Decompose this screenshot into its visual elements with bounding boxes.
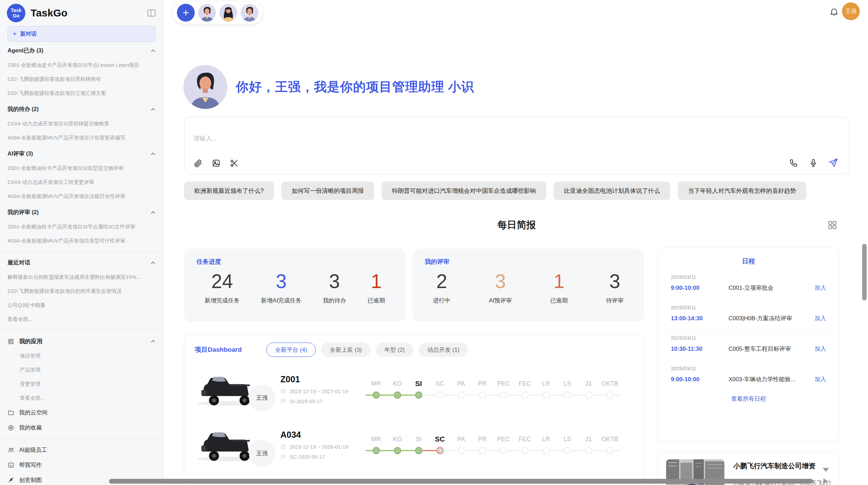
milestone-label: PA — [450, 379, 472, 388]
event-join-link[interactable]: 加入 — [815, 345, 826, 353]
suggestion-chips: 欧洲新规最近颁布了什么?如何写一份清晰的项目周报特朗普可能对进口汽车增税会对中国… — [184, 182, 849, 200]
milestone-cell: LS — [557, 379, 578, 399]
user-avatar[interactable]: 王强 — [842, 2, 860, 20]
vertical-scrollbar[interactable] — [862, 244, 867, 300]
sidebar-task-item[interactable]: A034-全新新能源MUV产品开发项目计划变更表编写 — [0, 131, 163, 145]
sidebar-section-header[interactable]: 我的待办 (2) — [0, 102, 163, 117]
sidebar-app-item[interactable]: 产品管理 — [0, 363, 163, 377]
view-all-conversations-link[interactable]: 查看全部... — [0, 312, 163, 326]
milestone-label: PR — [472, 434, 493, 444]
new-chat-button[interactable]: + 新对话 — [8, 26, 156, 42]
milestone-cell: OKTB — [599, 379, 620, 399]
chevron-up-icon[interactable] — [150, 210, 156, 215]
sidebar-recent-item[interactable]: 公司Q3轻卡销量 — [0, 298, 163, 312]
sidebar-app-item[interactable]: 变更管理 — [0, 377, 163, 391]
milestone-label: LR — [535, 434, 557, 444]
sidebar-section-title: AI评审 (3) — [8, 150, 33, 158]
stat-value: 3 — [606, 271, 624, 292]
milestone-label: LS — [557, 379, 578, 388]
scroll-down-arrow[interactable] — [823, 468, 829, 472]
sidebar-task-item[interactable]: A034-全新新能源MUV产品开发项目造型可行性评审 — [0, 234, 163, 248]
event-join-link[interactable]: 加入 — [815, 314, 826, 322]
chevron-up-icon[interactable] — [150, 48, 156, 53]
notifications-bell-icon[interactable] — [829, 7, 839, 16]
milestone-dot — [436, 447, 444, 454]
milestone-dot-row — [408, 390, 429, 399]
chat-input[interactable] — [193, 135, 673, 142]
horizontal-scrollbar[interactable] — [109, 479, 813, 484]
sidebar-task-item[interactable]: A034-全新新能源MUV产品开发项目法规符合性评审 — [0, 189, 163, 203]
sidebar-item-star[interactable]: 我的收藏 — [0, 420, 163, 435]
milestone-label: OKTB — [599, 379, 620, 388]
sidebar-section-title: 我的评审 (2) — [8, 209, 39, 216]
layout-grid-icon[interactable] — [827, 220, 837, 230]
phone-icon[interactable] — [789, 158, 798, 167]
paperclip-icon[interactable] — [193, 159, 203, 168]
milestone-connector — [599, 450, 606, 451]
milestone-connector — [387, 450, 394, 451]
chevron-up-icon[interactable] — [150, 107, 156, 112]
chevron-up-icon[interactable] — [150, 339, 156, 344]
sidebar-task-item[interactable]: Z001-全新燃油轻卡产品开发项目SI造型提交物评审 — [0, 161, 163, 175]
new-chat-label: 新对话 — [20, 30, 37, 38]
suggestion-chip[interactable]: 比亚迪全固态电池计划具体说了什么 — [554, 182, 670, 200]
view-all-apps-link[interactable]: 查看全部... — [0, 391, 163, 405]
sidebar-section-header[interactable]: 我的评审 (2) — [0, 205, 163, 220]
milestone-dot-row — [387, 446, 408, 455]
event-join-link[interactable]: 加入 — [815, 284, 826, 292]
app-logo-line2: Go — [13, 13, 19, 18]
sidebar-item-folder[interactable]: 我的云空间 — [0, 405, 163, 420]
image-icon[interactable] — [212, 159, 221, 168]
scissors-icon[interactable] — [230, 159, 239, 168]
send-icon[interactable] — [828, 158, 839, 168]
sidebar-task-item[interactable]: C0X4-动力总成开发项目SI里程碑提交物检查 — [0, 117, 163, 131]
stat-value: 1 — [367, 271, 385, 292]
scroll-right-arrow[interactable] — [823, 478, 828, 484]
sidebar-item-people[interactable]: AI超级员工 — [0, 443, 163, 458]
sidebar-link-label: 创意制图 — [19, 476, 42, 484]
sidebar-collapse-icon[interactable] — [147, 8, 156, 18]
assistant-avatar-1[interactable] — [198, 4, 216, 22]
sidebar-section-header[interactable]: 最近对话 — [0, 255, 163, 270]
dashboard-tab[interactable]: 全新上装 (3) — [321, 343, 371, 357]
sidebar-item-write[interactable]: 帮我写作 — [0, 458, 163, 473]
sidebar-task-item[interactable]: C02-飞腾新能源轻客改款项目立项汇报方案 — [0, 86, 163, 100]
milestone-connector — [614, 395, 621, 396]
milestone-cell: LR — [535, 434, 557, 455]
dashboard-tab[interactable]: 动总开发 (1) — [419, 343, 468, 357]
milestone-dot-row — [578, 390, 599, 399]
assistant-avatar-3[interactable] — [241, 4, 258, 22]
assistant-avatar-2[interactable] — [219, 4, 237, 22]
milestone-connector — [444, 395, 451, 396]
chevron-up-icon[interactable] — [150, 260, 156, 265]
sidebar-task-item[interactable]: C02-飞腾新能源轻客改款项目里程碑画布 — [0, 72, 163, 86]
milestone-dot-row — [557, 446, 578, 455]
sidebar-section-header[interactable]: AI评审 (3) — [0, 146, 163, 161]
suggestion-chip[interactable]: 欧洲新规最近颁布了什么? — [184, 182, 274, 200]
suggestion-chip[interactable]: 如何写一份清晰的项目周报 — [281, 182, 374, 200]
microphone-icon[interactable] — [809, 158, 818, 167]
dashboard-tab[interactable]: 全新平台 (4) — [266, 343, 316, 357]
dashboard-tab[interactable]: 年型 (2) — [376, 343, 413, 357]
sidebar-app-item[interactable]: 项目管理 — [0, 349, 163, 363]
event-name: X003-车辆动力学性能验... — [728, 375, 815, 383]
add-assistant-button[interactable]: + — [177, 4, 195, 22]
event-join-link[interactable]: 加入 — [815, 375, 826, 383]
news-title: 小鹏飞行汽车制造公司增资 — [733, 461, 831, 471]
event-date: 2025/03/11 — [671, 274, 826, 280]
sidebar-recent-item[interactable]: C02-飞腾新能源轻客改款项目的闭环通告反馈情况 — [0, 284, 163, 298]
sidebar-section-header[interactable]: Agent已办 (3) — [0, 43, 163, 58]
sidebar-task-item[interactable]: Z001-全新燃油皮卡产品开发项目SI节点Lesson Learn报告 — [0, 58, 163, 72]
sidebar-task-item[interactable]: Z001-全新燃油轻卡产品开发项目SI节点属性5D文件评审 — [0, 220, 163, 234]
suggestion-chip[interactable]: 特朗普可能对进口汽车增税会对中国车企造成哪些影响 — [382, 182, 546, 200]
sidebar-item-my-apps[interactable]: 我的应用 — [0, 334, 163, 349]
milestone-dot-row — [514, 446, 535, 455]
sidebar-task-item[interactable]: C0X4-动力总成开发项目工程变更评审 — [0, 175, 163, 189]
suggestion-chip[interactable]: 当下年轻人对汽车外观有怎样的喜好趋势 — [678, 182, 806, 200]
milestone-connector — [365, 450, 373, 451]
sidebar-recent-item[interactable]: 解释最新出台的欧盟报废车法规再生塑料比例被调至15%... — [0, 270, 163, 284]
chevron-up-icon[interactable] — [150, 151, 156, 157]
milestone-connector — [557, 450, 564, 451]
view-all-schedule-link[interactable]: 查看所有日程 — [659, 390, 839, 408]
attachment-toolbar — [193, 159, 239, 168]
